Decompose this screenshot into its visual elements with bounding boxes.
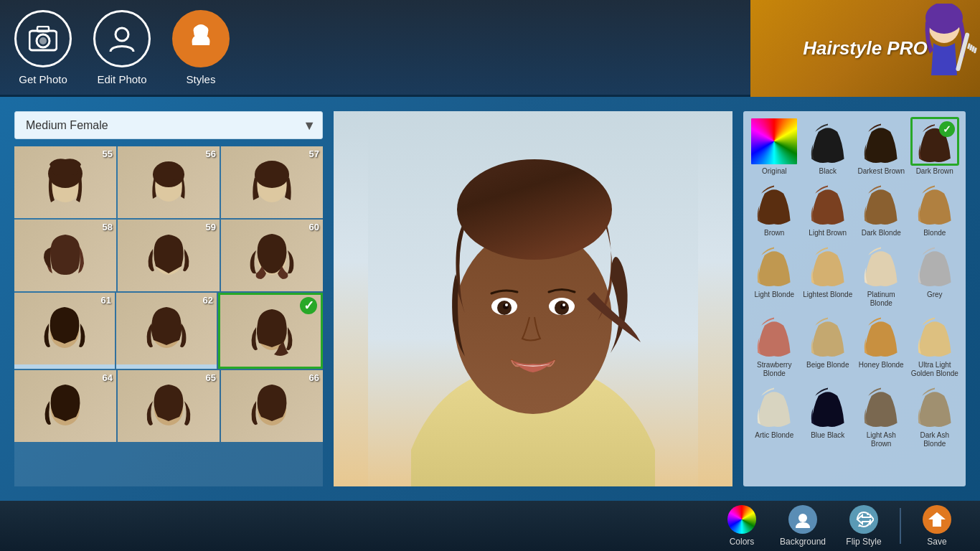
nav-items: Get Photo Edit Photo Styles <box>14 10 230 85</box>
svg-point-41 <box>798 514 807 522</box>
color-item-platinum-blonde[interactable]: Platinum Blonde <box>856 240 907 308</box>
color-swatch-honey-blonde <box>857 311 905 359</box>
color-item-light-ash-brown[interactable]: Light Ash Brown <box>856 381 907 448</box>
bottom-action-colors[interactable]: Colors <box>713 505 771 547</box>
main-content: Medium Female Short Female Long Female S… <box>0 97 980 501</box>
style-row-1: 55 56 <box>14 146 323 218</box>
flip-style-icon <box>849 505 878 534</box>
styles-label: Styles <box>187 73 216 85</box>
style-row-4: 64 65 <box>14 370 323 442</box>
svg-marker-44 <box>928 512 946 527</box>
dark-brown-check: ✓ <box>939 121 955 137</box>
color-swatch-black <box>804 117 852 166</box>
color-item-artic-blonde[interactable]: Artic Blonde <box>749 381 800 448</box>
svg-point-35 <box>505 303 508 306</box>
style-cell-56[interactable]: 56 <box>118 146 220 218</box>
preview-image <box>334 111 732 486</box>
style-selected-check: ✓ <box>300 297 317 314</box>
color-swatch-light-blonde <box>750 240 798 289</box>
get-photo-label: Get Photo <box>19 73 67 85</box>
color-item-strawberry-blonde[interactable]: Strawberry Blonde <box>749 311 800 378</box>
style-cell-60[interactable]: 60 <box>221 220 323 291</box>
right-panel: Original Black <box>743 111 966 486</box>
color-label-dark-blonde: Dark Blonde <box>862 229 901 237</box>
color-label-blue-black: Blue Black <box>811 431 844 440</box>
background-icon <box>788 505 817 534</box>
color-swatch-light-brown <box>804 179 852 227</box>
color-item-ultra-light-golden-blonde[interactable]: Ultra Light Golden Blonde <box>910 311 961 378</box>
colors-icon <box>727 505 756 534</box>
reset-swatch <box>751 118 797 164</box>
edit-photo-label: Edit Photo <box>97 73 146 85</box>
logo-area: Hairstyle PRO <box>750 0 980 97</box>
color-label-lightest-blonde: Lightest Blonde <box>803 291 852 299</box>
color-swatch-lightest-blonde <box>804 240 852 289</box>
color-item-original[interactable]: Original <box>749 117 800 176</box>
svg-point-31 <box>457 159 612 260</box>
color-item-blonde[interactable]: Blonde <box>910 179 961 237</box>
svg-point-4 <box>116 28 128 41</box>
color-item-grey[interactable]: Grey <box>910 240 961 308</box>
color-label-strawberry-blonde: Strawberry Blonde <box>749 361 800 378</box>
style-cell-57[interactable]: 57 <box>221 146 323 218</box>
color-item-lightest-blonde[interactable]: Lightest Blonde <box>803 240 854 308</box>
style-cell-65[interactable]: 65 <box>118 370 220 442</box>
edit-photo-icon <box>93 10 151 67</box>
bottom-action-save[interactable]: Save <box>908 505 966 547</box>
style-grid: 55 56 <box>14 146 323 486</box>
style-cell-64[interactable]: 64 <box>14 370 116 442</box>
color-item-blue-black[interactable]: Blue Black <box>803 381 854 448</box>
app-title: Hairstyle PRO <box>803 37 927 60</box>
color-label-light-blonde: Light Blonde <box>754 291 794 299</box>
color-item-honey-blonde[interactable]: Honey Blonde <box>856 311 907 378</box>
svg-point-7 <box>925 4 963 34</box>
color-item-darkest-brown[interactable]: Darkest Brown <box>856 117 907 176</box>
svg-point-3 <box>39 37 47 44</box>
style-cell-61[interactable]: 61 <box>14 293 115 369</box>
color-item-dark-ash-blonde[interactable]: Dark Ash Blonde <box>910 381 961 448</box>
style-row-2: 58 59 <box>14 220 323 291</box>
svg-point-39 <box>562 303 565 306</box>
color-item-dark-brown[interactable]: ✓ Dark Brown <box>910 117 961 176</box>
color-item-light-blonde[interactable]: Light Blonde <box>749 240 800 308</box>
style-category-select[interactable]: Medium Female Short Female Long Female S… <box>14 111 323 139</box>
svg-rect-2 <box>37 27 49 32</box>
style-cell-66[interactable]: 66 <box>221 370 323 442</box>
color-label-platinum-blonde: Platinum Blonde <box>856 291 907 308</box>
style-cell-62[interactable]: 62 <box>116 293 217 369</box>
color-label-light-brown: Light Brown <box>809 229 847 237</box>
color-item-dark-blonde[interactable]: Dark Blonde <box>856 179 907 237</box>
style-cell-58[interactable]: 58 <box>14 220 116 291</box>
color-swatch-blonde <box>910 179 959 227</box>
color-swatch-ultra-light-golden-blonde <box>910 311 959 359</box>
style-select-container: Medium Female Short Female Long Female S… <box>14 111 323 139</box>
color-label-blonde: Blonde <box>923 229 946 237</box>
color-swatch-grey <box>910 240 959 289</box>
color-swatch-blue-black <box>804 381 852 430</box>
svg-point-40 <box>732 510 751 529</box>
bottom-action-flip-style[interactable]: Flip Style <box>835 505 892 547</box>
color-item-beige-blonde[interactable]: Beige Blonde <box>803 311 854 378</box>
color-swatch-dark-ash-blonde <box>910 381 959 430</box>
style-cell-63[interactable]: ✓ <box>218 293 323 369</box>
nav-styles[interactable]: Styles <box>172 10 230 85</box>
color-label-honey-blonde: Honey Blonde <box>859 361 904 369</box>
color-item-black[interactable]: Black <box>803 117 854 176</box>
bottom-bar: Colors Background Flip Style <box>0 501 980 551</box>
nav-edit-photo[interactable]: Edit Photo <box>93 10 151 85</box>
save-label: Save <box>927 537 946 547</box>
color-item-brown[interactable]: Brown <box>749 179 800 237</box>
style-cell-59[interactable]: 59 <box>118 220 220 291</box>
color-label-light-ash-brown: Light Ash Brown <box>856 431 907 448</box>
bottom-action-background[interactable]: Background <box>774 505 831 547</box>
color-item-light-brown[interactable]: Light Brown <box>803 179 854 237</box>
save-icon <box>923 505 951 534</box>
color-swatch-darkest-brown <box>857 117 905 166</box>
background-label: Background <box>780 537 826 547</box>
color-swatch-strawberry-blonde <box>750 311 798 359</box>
color-grid: Original Black <box>749 117 960 448</box>
color-label-artic-blonde: Artic Blonde <box>755 431 793 440</box>
nav-get-photo[interactable]: Get Photo <box>14 10 72 85</box>
color-swatch-beige-blonde <box>804 311 852 359</box>
style-cell-55[interactable]: 55 <box>14 146 116 218</box>
